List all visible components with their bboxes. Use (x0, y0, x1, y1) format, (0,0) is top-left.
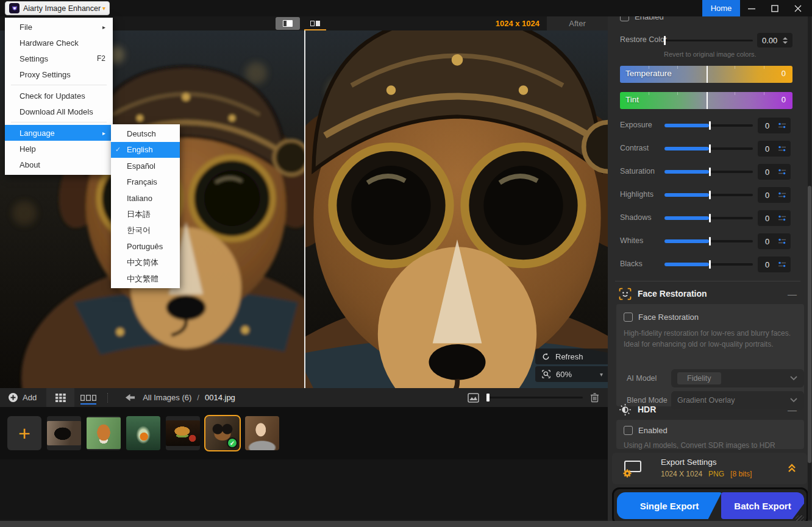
contrast-slider[interactable] (664, 147, 753, 150)
shadows-value-box[interactable]: 0 (758, 210, 791, 226)
split-view-button[interactable] (276, 17, 300, 30)
temperature-slider-thumb[interactable] (707, 66, 708, 83)
saturation-value-box[interactable]: 0 (758, 164, 791, 180)
language-item-chinese-simplified[interactable]: 中文简体 (111, 255, 180, 271)
single-export-button[interactable]: Single Export (617, 492, 722, 519)
thumbnail-image (87, 417, 121, 449)
exposure-slider[interactable] (664, 124, 753, 127)
menu-item-hardware-check[interactable]: Hardware Check (5, 35, 113, 51)
side-by-side-view-button[interactable] (303, 17, 327, 30)
after-tab[interactable]: After (547, 16, 608, 30)
contrast-slider-thumb[interactable] (709, 144, 711, 153)
filmstrip-view-button[interactable] (74, 388, 102, 407)
panel-scrollbar-thumb[interactable] (808, 186, 811, 463)
thumbnail-butterfly[interactable] (47, 416, 81, 450)
restore-color-value-box[interactable]: 0.00 (757, 33, 792, 48)
blacks-slider-thumb[interactable] (709, 260, 711, 269)
app-menu-chevron-icon: ▾ (102, 5, 105, 12)
slider-value: 0 (765, 237, 769, 246)
whites-value-box[interactable]: 0 (758, 233, 791, 249)
color-enabled-checkbox[interactable] (620, 16, 629, 21)
whites-slider[interactable] (664, 240, 753, 242)
menu-item-language[interactable]: Language ▸ (5, 125, 113, 141)
saturation-slider[interactable] (664, 171, 753, 173)
language-item-japanese[interactable]: 日本語 (111, 207, 180, 223)
tint-slider[interactable]: Tint 0 (620, 92, 792, 109)
blacks-value-box[interactable]: 0 (758, 256, 791, 272)
add-button[interactable]: Add (8, 392, 37, 403)
menu-item-check-for-updates[interactable]: Check for Updates (5, 88, 113, 104)
thumbnail-burger[interactable] (166, 416, 200, 450)
minimize-button[interactable] (740, 0, 763, 16)
thumbnail-forest-jar[interactable] (126, 416, 160, 450)
shadows-slider[interactable] (664, 217, 753, 219)
collection-label[interactable]: All Images (6) (143, 393, 191, 402)
batch-export-button[interactable]: Batch Export (721, 492, 804, 519)
ai-model-dropdown[interactable]: Fidelity (671, 369, 804, 387)
highlights-slider-thumb[interactable] (709, 191, 711, 199)
exposure-value-box[interactable]: 0 (758, 118, 791, 133)
menu-item-file[interactable]: File ▸ (5, 19, 113, 35)
grid-view-button[interactable] (46, 388, 74, 407)
language-label: 한국어 (127, 225, 151, 236)
restore-color-stepper[interactable] (783, 37, 788, 44)
hdr-enabled-checkbox[interactable] (624, 426, 633, 435)
restore-color-slider-thumb[interactable] (664, 36, 666, 45)
zoom-control[interactable]: 60% ▾ (535, 366, 608, 382)
face-restoration-checkbox[interactable] (624, 313, 633, 322)
language-item-italiano[interactable]: Italiano (111, 190, 180, 207)
hdr-collapse-icon[interactable]: — (788, 405, 797, 415)
thumbnail-size-slider-thumb[interactable] (486, 394, 490, 401)
face-restoration-collapse-icon[interactable]: — (788, 289, 797, 299)
refresh-button[interactable]: Refresh (535, 348, 608, 364)
menu-item-about[interactable]: About (5, 157, 113, 172)
maximize-button[interactable] (763, 0, 786, 16)
add-image-tile[interactable]: + (7, 416, 41, 450)
thumbnail-size-slider[interactable] (486, 397, 583, 398)
tint-slider-thumb[interactable] (707, 92, 708, 109)
export-settings-bar[interactable]: Export Settings 1024 X 1024 PNG [8 bits] (612, 453, 807, 484)
before-after-divider[interactable] (304, 30, 305, 388)
thumbnail-portrait[interactable] (245, 416, 279, 450)
menu-item-proxy-settings[interactable]: Proxy Settings (5, 66, 113, 82)
shadows-slider-thumb[interactable] (709, 214, 711, 222)
language-item-portugues[interactable]: Português (111, 239, 180, 255)
language-item-english[interactable]: ✓ English (111, 142, 180, 158)
blacks-slider[interactable] (664, 263, 753, 266)
thumbnail-tiger[interactable] (87, 416, 121, 450)
temperature-slider[interactable]: Temperature 0 (620, 66, 792, 83)
highlights-slider[interactable] (664, 194, 753, 196)
close-button[interactable] (786, 0, 810, 16)
thumbnail-dog-selected[interactable]: ✓ (205, 416, 240, 450)
slider-value: 0 (765, 260, 769, 269)
panel-scrollbar[interactable] (808, 16, 811, 520)
restore-color-slider[interactable] (664, 40, 753, 41)
ai-model-label: AI Model (627, 374, 657, 383)
menu-item-help[interactable]: Help (5, 141, 113, 157)
menu-item-settings[interactable]: Settings F2 (5, 51, 113, 66)
language-item-deutsch[interactable]: Deutsch (111, 126, 180, 142)
face-restoration-checkbox-row: Face Restoration (624, 313, 797, 322)
face-restoration-checkbox-label: Face Restoration (638, 313, 699, 322)
side-by-side-icon (310, 21, 320, 26)
zoom-chevron-down-icon[interactable]: ▾ (600, 371, 603, 378)
language-item-korean[interactable]: 한국어 (111, 222, 180, 239)
double-chevron-up-icon[interactable] (786, 462, 797, 473)
whites-slider-thumb[interactable] (709, 237, 711, 246)
language-item-francais[interactable]: Français (111, 174, 180, 191)
contrast-value-box[interactable]: 0 (758, 141, 791, 157)
language-item-chinese-traditional[interactable]: 中文繁體 (111, 271, 180, 288)
menu-item-label: Settings (20, 54, 48, 63)
language-item-espanol[interactable]: Español (111, 158, 180, 174)
home-button[interactable]: Home (702, 0, 740, 16)
highlights-value-box[interactable]: 0 (758, 187, 791, 203)
back-button[interactable] (125, 393, 135, 402)
menu-item-download-all-models[interactable]: Download All Models (5, 104, 113, 119)
exposure-slider-thumb[interactable] (709, 121, 711, 130)
language-label: Français (127, 177, 157, 186)
saturation-slider-thumb[interactable] (709, 168, 711, 176)
trash-icon[interactable] (590, 392, 599, 403)
ai-model-chevron-icon (789, 374, 798, 383)
refresh-icon (541, 352, 550, 361)
app-menu-chip[interactable]: Aiarty Image Enhancer ▾ (5, 1, 110, 15)
